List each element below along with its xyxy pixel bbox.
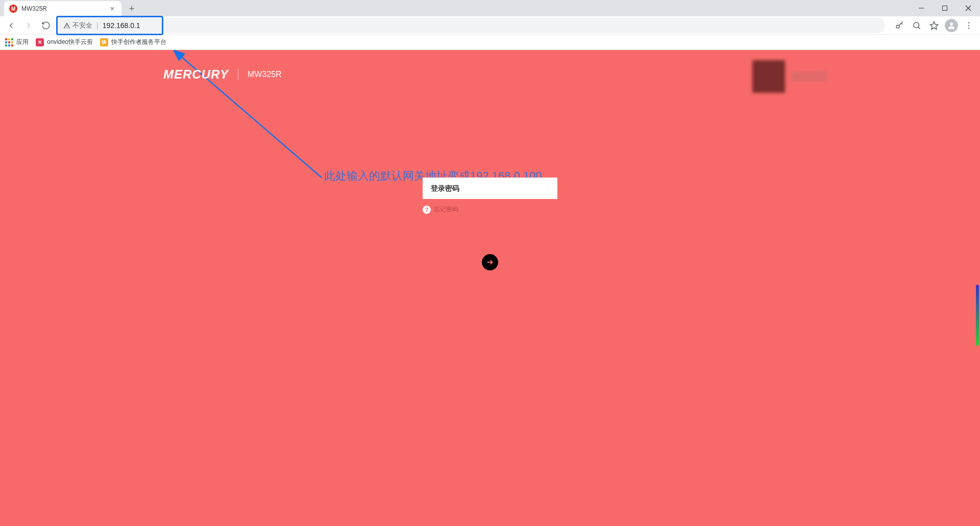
nav-back-button[interactable] [4,18,18,33]
browser-titlebar: M MW325R × + [0,0,980,16]
forgot-password-link[interactable]: ? 忘记密码 [423,205,557,214]
nav-forward-button[interactable] [21,18,36,33]
question-icon: ? [423,206,431,214]
tab-title: MW325R [21,5,108,12]
svg-marker-7 [930,21,938,29]
brand-header: MERCURY MW325R [163,67,282,82]
browser-toolbar: 不安全 | 192.168.0.1 [0,16,980,35]
bookmark-favicon-icon: ✕ [36,38,44,46]
bookmark-favicon-icon: 快 [100,38,108,46]
brand-separator [238,69,238,80]
bookmark-star-icon[interactable] [927,18,941,33]
arrow-right-icon [486,258,494,266]
svg-point-10 [968,24,969,26]
login-card: ? 忘记密码 [423,178,557,214]
window-controls [910,0,980,16]
address-bar-container: 不安全 | 192.168.0.1 [56,18,885,33]
svg-line-6 [918,27,920,29]
tab-close-icon[interactable]: × [108,5,116,13]
nav-reload-button[interactable] [39,18,53,33]
tab-favicon-icon: M [9,5,17,13]
router-login-page: 此处输入的默认网关地址变成192.168.0.100 MERCURY MW325… [0,50,980,526]
not-secure-label: 不安全 [72,21,92,30]
bookmarks-apps-label: 应用 [16,38,29,46]
bookmark-label: 快手创作者服务平台 [111,38,166,46]
bookmark-item-onvideo[interactable]: ✕ onvideo快手云剪 [36,38,93,46]
brand-model: MW325R [248,70,282,79]
qr-code-area [752,60,827,93]
brand-logo: MERCURY [163,67,229,82]
qr-code-icon [752,60,785,93]
profile-avatar-button[interactable] [944,18,959,33]
forgot-password-label: 忘记密码 [434,205,458,214]
window-maximize-button[interactable] [933,0,957,16]
new-tab-button[interactable]: + [125,2,139,16]
address-bar[interactable]: 不安全 | 192.168.0.1 [56,18,885,33]
apps-grid-icon [5,38,13,46]
svg-point-9 [968,22,969,23]
bookmarks-bar: 应用 ✕ onvideo快手云剪 快 快手创作者服务平台 [0,35,980,50]
not-secure-indicator[interactable]: 不安全 [63,21,92,30]
scroll-indicator [976,285,979,346]
warning-icon [63,22,70,29]
bookmarks-apps-button[interactable]: 应用 [5,38,29,46]
svg-rect-1 [943,6,947,11]
person-icon [947,21,956,30]
svg-point-8 [950,22,953,26]
browser-menu-button[interactable] [962,18,976,33]
zoom-icon[interactable] [910,18,924,33]
address-url: 192.168.0.1 [103,21,140,30]
bookmark-item-kuaishou[interactable]: 快 快手创作者服务平台 [100,38,166,46]
browser-tab[interactable]: M MW325R × [4,1,121,16]
window-minimize-button[interactable] [910,0,933,16]
window-close-button[interactable] [957,0,980,16]
svg-point-5 [914,22,919,28]
password-input[interactable] [423,178,557,199]
login-submit-button[interactable] [482,254,498,270]
bookmark-label: onvideo快手云剪 [47,38,93,46]
qr-label-blurred [791,71,827,82]
address-separator: | [96,21,99,30]
password-key-icon[interactable] [892,18,906,33]
svg-point-11 [968,28,969,29]
toolbar-right [892,18,976,33]
